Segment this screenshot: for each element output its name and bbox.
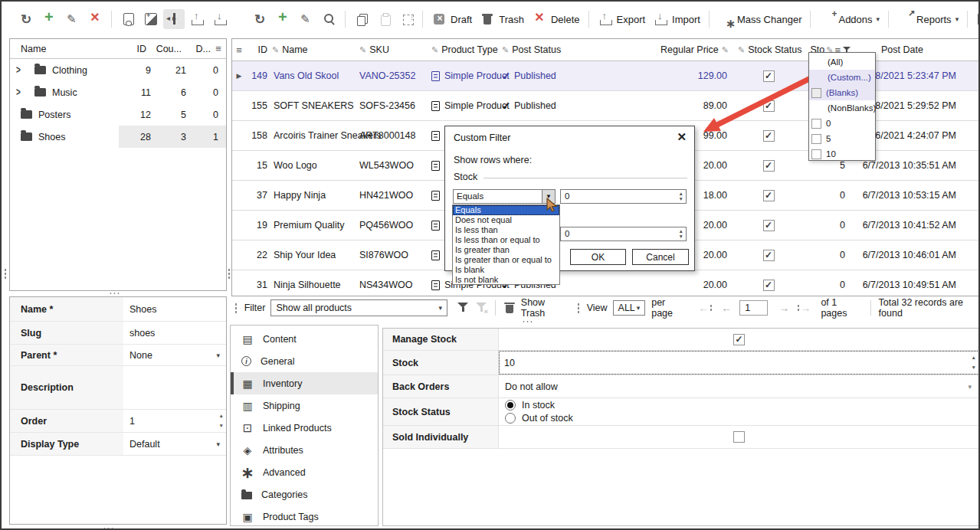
slug-field[interactable]: shoes xyxy=(123,322,226,344)
filter-value-2-input[interactable]: 0▲▼ xyxy=(560,227,687,241)
next-page-button[interactable]: → xyxy=(778,302,789,314)
col-stock-status[interactable]: Stock Status xyxy=(732,39,805,61)
tree-row[interactable]: Posters 12 5 0 xyxy=(10,103,226,126)
copy-button[interactable] xyxy=(351,9,372,29)
tab-item[interactable]: Product Tags xyxy=(231,505,378,528)
stock-status-checkbox[interactable] xyxy=(763,130,775,142)
col-post-status[interactable]: Post Status xyxy=(500,39,571,61)
filterbar-grip[interactable] xyxy=(577,303,580,313)
export-tree-button[interactable] xyxy=(186,9,208,29)
import-button[interactable]: Import xyxy=(650,9,703,29)
stock-status-checkbox[interactable] xyxy=(763,250,775,261)
tree-row[interactable]: >Music 11 6 0 xyxy=(10,81,226,103)
stock-input[interactable]: 10▲▼ xyxy=(499,351,979,375)
filter-checkbox[interactable] xyxy=(811,149,821,159)
operator-option[interactable]: Is not blank xyxy=(453,275,559,285)
table-row[interactable]: 31 Ninja Silhouette NS434WOO Simple Prod… xyxy=(232,270,979,296)
search-button[interactable] xyxy=(318,9,339,29)
last-page-button[interactable]: → xyxy=(797,302,811,314)
stock-status-checkbox[interactable] xyxy=(763,70,775,82)
tree-splitter-grip[interactable] xyxy=(228,268,231,279)
tree-row[interactable]: Shoes 28 3 1 xyxy=(10,126,226,148)
import-tree-button[interactable] xyxy=(209,9,231,29)
filter-menu-item[interactable]: (Blanks) xyxy=(809,85,875,100)
filter-checkbox[interactable] xyxy=(811,119,821,129)
spinner-arrows-icon[interactable]: ▲▼ xyxy=(679,191,683,202)
close-icon[interactable]: ✕ xyxy=(677,130,687,144)
tree-col-id[interactable]: ID xyxy=(114,44,146,54)
tab-item[interactable]: Content xyxy=(231,328,378,350)
trash-button[interactable]: Trash xyxy=(477,9,527,29)
export-button[interactable]: Export xyxy=(595,9,649,29)
tab-item[interactable]: General xyxy=(231,350,378,372)
paste-special-button[interactable] xyxy=(397,9,418,29)
description-field[interactable] xyxy=(123,366,226,409)
row-selector-icon[interactable] xyxy=(232,39,246,61)
tree-col-name[interactable]: Name xyxy=(10,44,114,54)
edit-category-button[interactable] xyxy=(61,9,83,29)
swap-columns-button[interactable] xyxy=(163,9,185,29)
parent-dropdown[interactable]: None▾ xyxy=(123,345,226,365)
expand-arrow-icon[interactable]: > xyxy=(16,64,24,76)
delete-button[interactable]: Delete xyxy=(529,9,583,29)
delete-category-button[interactable] xyxy=(84,9,106,29)
sort-icon[interactable] xyxy=(211,43,226,54)
filter-checkbox[interactable] xyxy=(811,134,821,144)
col-name[interactable]: Name xyxy=(270,39,355,61)
col-regular-price[interactable]: Regular Price xyxy=(571,39,732,61)
trash-icon[interactable] xyxy=(502,300,517,316)
order-stepper[interactable]: 1▲▼ xyxy=(123,410,226,432)
mass-changer-button[interactable]: Mass Changer xyxy=(715,9,805,29)
clear-filter-icon[interactable]: × xyxy=(475,301,487,314)
tab-item[interactable]: Categories xyxy=(231,483,378,505)
filter-menu-item[interactable]: 0 xyxy=(809,116,875,131)
ok-button[interactable]: OK xyxy=(570,249,626,265)
view-button[interactable]: View▾ xyxy=(973,9,980,29)
sold-individually-checkbox[interactable] xyxy=(733,431,745,443)
operator-option[interactable]: Is less than xyxy=(453,225,559,235)
add-category-button[interactable] xyxy=(38,9,60,29)
filter-combobox[interactable]: Show all products ▾ xyxy=(270,299,447,316)
horizontal-splitter-grip[interactable] xyxy=(109,292,121,295)
col-id[interactable]: ID xyxy=(246,39,270,61)
left-splitter-grip[interactable] xyxy=(4,268,7,279)
addons-button[interactable]: Addons▾ xyxy=(816,9,883,29)
filter-checkbox[interactable] xyxy=(811,88,821,98)
operator-combobox[interactable]: Equals ▼ xyxy=(453,189,556,204)
show-trash-button[interactable]: Show Trash xyxy=(521,297,567,319)
filter-menu-item[interactable]: 10 xyxy=(809,146,875,162)
operator-option[interactable]: Does not equal xyxy=(453,215,559,225)
bottom-splitter-grip[interactable] xyxy=(103,527,115,530)
spinner-arrows-icon[interactable]: ▲▼ xyxy=(219,411,224,431)
tab-item[interactable]: Shipping xyxy=(231,394,378,417)
back-orders-dropdown[interactable]: Do not allow▾ xyxy=(499,381,979,392)
filterbar-grip[interactable] xyxy=(234,303,238,313)
stock-status-checkbox[interactable] xyxy=(763,220,775,231)
operator-option[interactable]: Is blank xyxy=(453,265,559,275)
tab-item[interactable]: Advanced xyxy=(231,461,378,483)
prev-page-button[interactable]: ← xyxy=(721,302,732,314)
col-product-type[interactable]: Product Type xyxy=(428,39,500,61)
combobox-dropdown-button[interactable]: ▼ xyxy=(542,190,555,203)
reports-button[interactable]: Reports▾ xyxy=(894,9,962,29)
cancel-button[interactable]: Cancel xyxy=(632,249,689,265)
stock-status-checkbox[interactable] xyxy=(763,100,775,112)
image-adjust-button[interactable] xyxy=(140,9,162,29)
filter-menu-item[interactable]: (Custom...) xyxy=(809,70,875,85)
filter-menu-item[interactable]: (All) xyxy=(809,54,875,70)
refresh-tree-button[interactable] xyxy=(15,9,37,29)
in-stock-radio[interactable] xyxy=(505,400,516,411)
first-page-button[interactable]: ← xyxy=(698,302,712,314)
draft-button[interactable]: Draft xyxy=(428,9,475,29)
stock-status-checkbox[interactable] xyxy=(763,160,775,172)
operator-option[interactable]: Is greater than or equal to xyxy=(453,255,559,265)
display-type-dropdown[interactable]: Default▾ xyxy=(123,433,226,455)
stock-status-checkbox[interactable] xyxy=(763,280,775,291)
operator-option[interactable]: Equals xyxy=(453,205,559,215)
tab-item[interactable]: Linked Products xyxy=(231,417,378,439)
filter-menu-item[interactable]: (NonBlanks) xyxy=(809,100,875,116)
page-number-input[interactable]: 1 xyxy=(739,300,768,316)
col-sku[interactable]: SKU xyxy=(355,39,428,61)
tree-header[interactable]: Name ID Cou... D... xyxy=(10,39,226,59)
edit-product-button[interactable] xyxy=(295,9,316,29)
